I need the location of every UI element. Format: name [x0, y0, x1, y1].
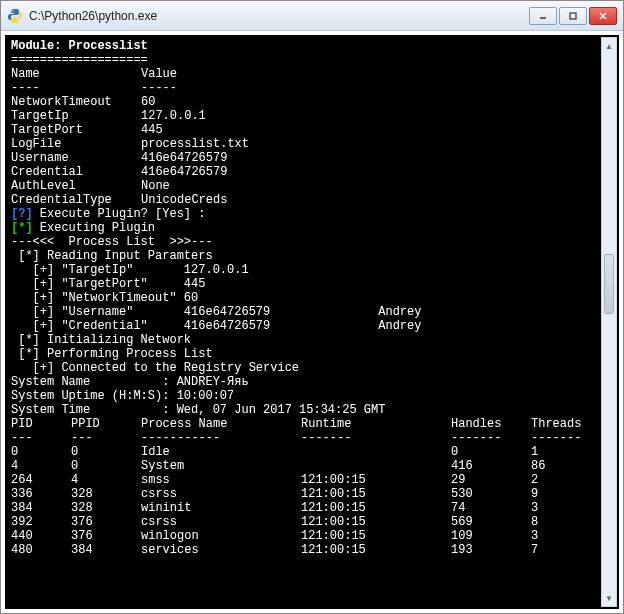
console-output: Module: Processlist===================Na… — [5, 35, 619, 609]
scrollbar-thumb[interactable] — [604, 254, 614, 314]
window-title: C:\Python26\python.exe — [29, 9, 529, 23]
minimize-button[interactable] — [529, 7, 557, 25]
console-area: Module: Processlist===================Na… — [1, 31, 623, 613]
app-window: C:\Python26\python.exe Module: Processli… — [1, 1, 623, 613]
svg-point-1 — [17, 20, 18, 21]
window-controls — [529, 7, 617, 25]
scroll-up-arrow[interactable]: ▲ — [602, 38, 616, 54]
maximize-button[interactable] — [559, 7, 587, 25]
titlebar[interactable]: C:\Python26\python.exe — [1, 1, 623, 31]
close-button[interactable] — [589, 7, 617, 25]
svg-rect-3 — [570, 13, 576, 19]
python-icon — [7, 8, 23, 24]
svg-point-0 — [12, 10, 13, 11]
vertical-scrollbar[interactable]: ▲ ▼ — [601, 37, 617, 607]
scroll-down-arrow[interactable]: ▼ — [602, 590, 616, 606]
